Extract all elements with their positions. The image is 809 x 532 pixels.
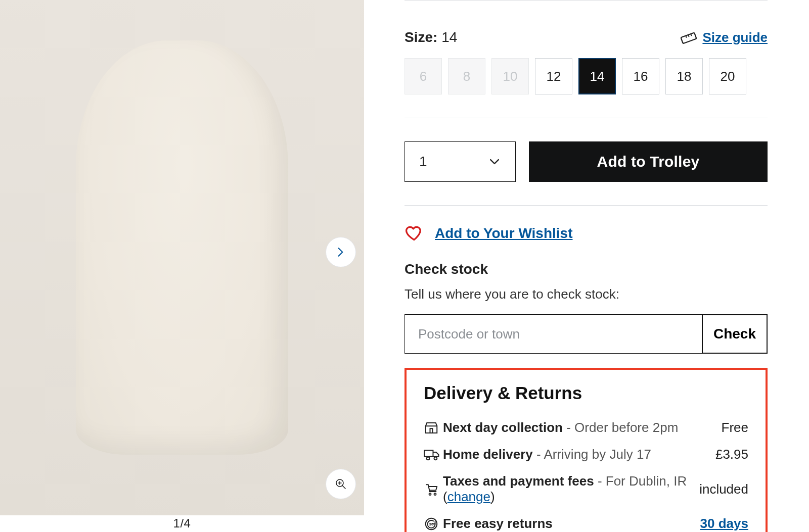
gallery-next-button[interactable] [326, 237, 356, 267]
gallery-counter: 1/4 [0, 515, 364, 532]
delivery-row-value: 30 days [700, 516, 748, 531]
delivery-returns-panel: Delivery & Returns Next day collection -… [404, 368, 768, 532]
svg-point-7 [429, 493, 431, 495]
size-chip-8: 8 [448, 58, 485, 94]
delivery-row-value: Free [722, 420, 748, 436]
delivery-returns-heading: Delivery & Returns [424, 383, 748, 403]
svg-point-5 [427, 457, 430, 460]
return-icon: 30 [424, 516, 443, 531]
svg-rect-4 [424, 450, 433, 456]
gallery-zoom-button[interactable] [326, 469, 356, 499]
size-label: Size: 14 [404, 29, 457, 45]
size-chip-18[interactable]: 18 [665, 58, 703, 94]
svg-rect-1 [681, 33, 697, 44]
svg-point-8 [434, 493, 436, 495]
truck-icon [424, 447, 443, 462]
svg-text:30: 30 [429, 522, 434, 526]
quantity-value: 1 [419, 154, 427, 170]
store-icon [424, 420, 443, 436]
add-to-wishlist-link[interactable]: Add to Your Wishlist [435, 225, 572, 241]
check-stock-button[interactable]: Check [702, 314, 768, 354]
delivery-row-value: £3.95 [715, 447, 748, 462]
cart-icon [424, 481, 443, 497]
delivery-row: Home delivery - Arriving by July 17£3.95 [424, 441, 748, 468]
size-chip-12[interactable]: 12 [535, 58, 572, 94]
ruler-icon [680, 29, 697, 46]
svg-rect-2 [426, 426, 437, 433]
add-to-trolley-button[interactable]: Add to Trolley [529, 141, 768, 182]
divider [404, 205, 768, 206]
delivery-row: Next day collection - Order before 2pmFr… [424, 414, 748, 441]
check-stock-subtitle: Tell us where you are to check stock: [404, 286, 768, 302]
size-guide-label: Size guide [702, 30, 768, 45]
delivery-row: Taxes and payment fees - For Dublin, IR … [424, 468, 748, 510]
size-chip-20[interactable]: 20 [709, 58, 746, 94]
check-stock-title: Check stock [404, 261, 768, 277]
delivery-row-value: included [699, 481, 748, 497]
size-chip-14[interactable]: 14 [578, 58, 616, 94]
size-chip-10: 10 [491, 58, 529, 94]
size-chip-16[interactable]: 16 [622, 58, 659, 94]
chevron-down-icon [488, 155, 501, 168]
divider [404, 118, 768, 118]
delivery-row-main: Free easy returns [443, 516, 700, 531]
delivery-row: 30Free easy returns30 days [424, 510, 748, 532]
heart-icon [404, 224, 424, 243]
product-image [0, 0, 364, 515]
size-guide-link[interactable]: Size guide [680, 29, 768, 46]
postcode-input[interactable] [404, 314, 702, 354]
change-location-link[interactable]: change [447, 489, 490, 504]
svg-point-6 [434, 457, 437, 460]
size-chip-6: 6 [404, 58, 442, 94]
returns-policy-link[interactable]: 30 days [700, 516, 748, 531]
quantity-select[interactable]: 1 [404, 141, 516, 182]
svg-rect-3 [430, 428, 433, 433]
divider [404, 0, 768, 1]
delivery-row-main: Next day collection - Order before 2pm [443, 420, 722, 436]
delivery-row-main: Taxes and payment fees - For Dublin, IR … [443, 473, 699, 505]
delivery-row-main: Home delivery - Arriving by July 17 [443, 447, 715, 462]
